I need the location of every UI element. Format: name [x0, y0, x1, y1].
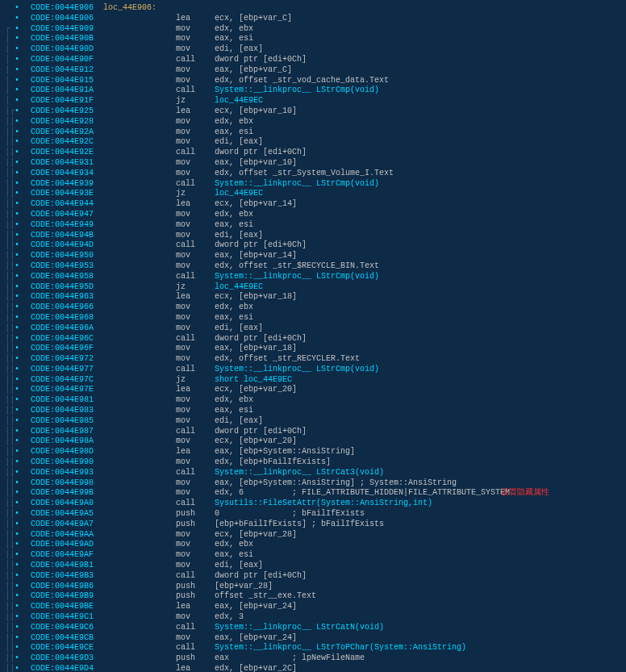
- disasm-row[interactable]: ││•CODE:0044E96F mov eax, [ebp+var_18]: [5, 344, 621, 354]
- disasm-row[interactable]: ││•CODE:0044E9AF mov eax, esi: [5, 550, 621, 561]
- flow-arrow: ││•: [5, 210, 31, 220]
- disasm-row[interactable]: ││•CODE:0044E934 mov edx, offset _str_Sy…: [5, 169, 621, 179]
- disasm-row[interactable]: ││•CODE:0044E947 mov edx, ebx: [5, 210, 621, 220]
- disasm-row[interactable]: ││•CODE:0044E953 mov edx, offset _str_$R…: [5, 261, 621, 272]
- disasm-row[interactable]: ││•CODE:0044E96A mov edi, [eax]: [5, 323, 621, 334]
- disasm-row[interactable]: ││•CODE:0044E94B mov edi, [eax]: [5, 231, 621, 241]
- operand: short loc_44E9EC: [215, 375, 292, 384]
- disasm-row[interactable]: │┌•CODE:0044E925 lea ecx, [ebp+var_10]: [5, 106, 621, 117]
- disasm-row[interactable]: ││•CODE:0044E92A mov eax, esi: [5, 127, 621, 138]
- flow-arrow: ││•: [5, 127, 31, 138]
- disasm-row[interactable]: ││•CODE:0044E949 mov eax, esi: [5, 220, 621, 231]
- mnemonic: call: [176, 427, 215, 436]
- disasm-row[interactable]: •CODE:0044E906 lea ecx, [ebp+var_C]: [5, 14, 621, 24]
- disasm-row[interactable]: ││•CODE:0044E96C call dword ptr [edi+0Ch…: [5, 334, 621, 344]
- disasm-row[interactable]: ││•CODE:0044E97E lea ecx, [ebp+var_20]: [5, 385, 621, 395]
- disasm-row[interactable]: ││•CODE:0044E998 mov eax, [ebp+System::A…: [5, 478, 621, 489]
- address: CODE:0044E9B6: [31, 582, 98, 591]
- disasm-row[interactable]: ││•CODE:0044E981 mov edx, ebx: [5, 395, 621, 406]
- disasm-row[interactable]: ││•CODE:0044E95D jz loc_44E9EC: [5, 282, 621, 293]
- flow-arrow: ││•: [5, 231, 31, 241]
- disasm-row[interactable]: ││•CODE:0044E966 mov edx, ebx: [5, 303, 621, 313]
- flow-arrow: ││•: [5, 117, 31, 127]
- operand: loc_44E9EC: [215, 96, 263, 105]
- disasm-row[interactable]: ││•CODE:0044E950 mov eax, [ebp+var_14]: [5, 251, 621, 261]
- disasm-row[interactable]: ││•CODE:0044E928 mov edx, ebx: [5, 117, 621, 127]
- mnemonic: mov: [176, 210, 215, 219]
- disasm-row[interactable]: ││•CODE:0044E94D call dword ptr [edi+0Ch…: [5, 240, 621, 251]
- disasm-row[interactable]: ││•CODE:0044E944 lea ecx, [ebp+var_14]: [5, 199, 621, 210]
- disasm-row[interactable]: ││•CODE:0044E93E jz loc_44E9EC: [5, 189, 621, 199]
- disasm-row[interactable]: ││•CODE:0044E97C jz short loc_44E9EC: [5, 375, 621, 386]
- address: CODE:0044E944: [31, 199, 98, 208]
- mnemonic: push: [176, 520, 215, 528]
- disasm-row[interactable]: │ •CODE:0044E90D mov edi, [eax]: [5, 44, 621, 55]
- mnemonic: call: [176, 499, 215, 507]
- flow-arrow: ││•: [5, 158, 31, 169]
- disasm-row[interactable]: ││•CODE:0044E9A7 push [ebp+bFailIfExists…: [5, 520, 621, 530]
- disasm-row[interactable]: ││•CODE:0044E963 lea ecx, [ebp+var_18]: [5, 292, 621, 303]
- disasm-row[interactable]: ││•CODE:0044E958 call System::__linkproc…: [5, 272, 621, 282]
- disasm-row[interactable]: ││•CODE:0044E931 mov eax, [ebp+var_10]: [5, 158, 621, 169]
- disasm-row[interactable]: ││•CODE:0044E9B3 call dword ptr [edi+0Ch…: [5, 571, 621, 582]
- disasm-row[interactable]: │ •CODE:0044E91A call System::__linkproc…: [5, 86, 621, 96]
- disasm-row[interactable]: ││•CODE:0044E9D4 lea edx, [ebp+var_2C]: [5, 664, 621, 672]
- disasm-row[interactable]: ││•CODE:0044E9C6 call System::__linkproc…: [5, 623, 621, 633]
- flow-arrow: ││•: [5, 488, 31, 499]
- flow-arrow: ││•: [5, 313, 31, 323]
- operand: edi, [eax]: [215, 137, 263, 146]
- disasm-row[interactable]: ││•CODE:0044E9BE lea eax, [ebp+var_24]: [5, 602, 621, 612]
- disasm-row[interactable]: ││•CODE:0044E92C mov edi, [eax]: [5, 137, 621, 148]
- disasm-row[interactable]: ││•CODE:0044E9D3 push eax ; lpNewFileNam…: [5, 653, 621, 664]
- disasm-row[interactable]: ││•CODE:0044E977 call System::__linkproc…: [5, 365, 621, 375]
- disasm-row[interactable]: ││•CODE:0044E9AA mov ecx, [ebp+var_28]: [5, 530, 621, 541]
- disasm-row[interactable]: ││•CODE:0044E993 call System::__linkproc…: [5, 468, 621, 478]
- disasm-row[interactable]: │ •CODE:0044E91F jz loc_44E9EC: [5, 96, 621, 106]
- disasm-row[interactable]: ┌ •CODE:0044E909 mov edx, ebx: [5, 24, 621, 35]
- mnemonic: call: [176, 148, 215, 157]
- operand: dword ptr [edi+0Ch]: [215, 571, 307, 580]
- mnemonic: lea: [176, 14, 215, 23]
- mnemonic: mov: [176, 612, 215, 621]
- mnemonic: mov: [176, 34, 215, 43]
- disasm-row[interactable]: ││•CODE:0044E9B6 push [ebp+var_28]: [5, 582, 621, 592]
- flow-arrow: ││•: [5, 561, 31, 571]
- disasm-row[interactable]: ││•CODE:0044E939 call System::__linkproc…: [5, 179, 621, 190]
- disasm-row[interactable]: •CODE:0044E906 loc_44E906:: [5, 3, 621, 14]
- mnemonic: mov: [176, 137, 215, 146]
- flow-arrow: ││•: [5, 406, 31, 416]
- disasm-row[interactable]: ││•CODE:0044E9B1 mov edi, [eax]: [5, 561, 621, 571]
- disasm-row[interactable]: ││•CODE:0044E9C1 mov edx, 3: [5, 612, 621, 623]
- disasm-row[interactable]: ││•CODE:0044E9CE call System::__linkproc…: [5, 643, 621, 653]
- disasm-row[interactable]: ││•CODE:0044E98A mov ecx, [ebp+var_20]: [5, 436, 621, 447]
- disasm-row[interactable]: ││•CODE:0044E9CB mov eax, [ebp+var_24]: [5, 633, 621, 644]
- disasm-row[interactable]: ││•CODE:0044E92E call dword ptr [edi+0Ch…: [5, 148, 621, 158]
- mnemonic: call: [176, 272, 215, 281]
- disasm-row[interactable]: ││•CODE:0044E985 mov edi, [eax]: [5, 416, 621, 427]
- operand: System::__linkproc__ LStrCmp(void): [215, 365, 379, 374]
- operand: dword ptr [edi+0Ch]: [215, 334, 307, 343]
- mnemonic: call: [176, 571, 215, 580]
- disasm-row[interactable]: │ •CODE:0044E915 mov edx, offset _str_vo…: [5, 76, 621, 86]
- disasm-row[interactable]: ││•CODE:0044E972 mov edx, offset _str_RE…: [5, 354, 621, 365]
- disasm-row[interactable]: ││•CODE:0044E98D lea eax, [ebp+System::A…: [5, 447, 621, 457]
- flow-arrow: ││•: [5, 365, 31, 375]
- disasm-row[interactable]: ││•CODE:0044E968 mov eax, esi: [5, 313, 621, 323]
- operand: loc_44E9EC: [215, 189, 263, 198]
- address: CODE:0044E9B9: [31, 591, 98, 600]
- flow-arrow: ││•: [5, 261, 31, 272]
- disasm-row[interactable]: ││•CODE:0044E99B mov edx, 6 ; FILE_ATTRI…: [5, 488, 621, 499]
- mnemonic: jz: [176, 282, 215, 291]
- disasm-row[interactable]: ││•CODE:0044E9B9 push offset _str__exe.T…: [5, 591, 621, 602]
- disasm-row[interactable]: ││•CODE:0044E9A0 call Sysutils::FileSetA…: [5, 499, 621, 509]
- disasm-row[interactable]: ││•CODE:0044E9AD mov edx, ebx: [5, 540, 621, 550]
- disasm-row[interactable]: ││•CODE:0044E990 mov edx, [ebp+bFailIfEx…: [5, 457, 621, 468]
- annotation: 设置隐藏属性: [501, 488, 549, 499]
- disasm-row[interactable]: │ •CODE:0044E90F call dword ptr [edi+0Ch…: [5, 55, 621, 65]
- mnemonic: mov: [176, 561, 215, 570]
- disasm-row[interactable]: │ •CODE:0044E90B mov eax, esi: [5, 34, 621, 44]
- disasm-row[interactable]: ││•CODE:0044E987 call dword ptr [edi+0Ch…: [5, 427, 621, 437]
- disasm-row[interactable]: ││•CODE:0044E983 mov eax, esi: [5, 406, 621, 416]
- disasm-row[interactable]: ││•CODE:0044E9A5 push 0 ; bFailIfExists: [5, 509, 621, 520]
- disasm-row[interactable]: │ •CODE:0044E912 mov eax, [ebp+var_C]: [5, 65, 621, 76]
